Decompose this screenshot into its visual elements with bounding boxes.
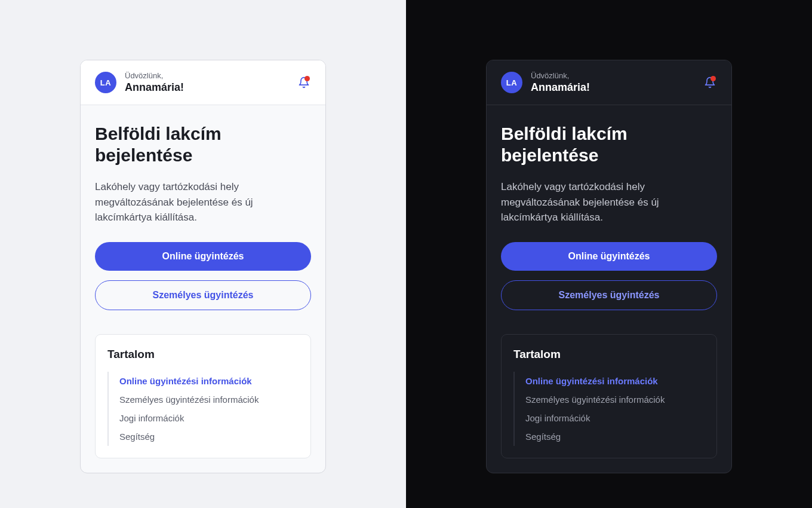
- page-title: Belföldi lakcím bejelentése: [501, 123, 717, 166]
- header: LAÜdvözlünk,Annamária!: [81, 60, 325, 105]
- welcome-text: Üdvözlünk,: [125, 71, 288, 80]
- table-of-contents: TartalomOnline ügyintézési információkSz…: [95, 334, 311, 458]
- toc-item[interactable]: Személyes ügyintézési információk: [525, 390, 705, 409]
- greeting-block: Üdvözlünk,Annamária!: [125, 71, 288, 94]
- in-person-button[interactable]: Személyes ügyintézés: [95, 280, 311, 310]
- table-of-contents: TartalomOnline ügyintézési információkSz…: [501, 334, 717, 458]
- toc-list: Online ügyintézési információkSzemélyes …: [513, 372, 705, 446]
- notification-dot: [304, 76, 310, 81]
- toc-item[interactable]: Online ügyintézési információk: [119, 372, 299, 390]
- page-description: Lakóhely vagy tartózkodási hely megválto…: [95, 179, 311, 225]
- app-card: LAÜdvözlünk,Annamária!Belföldi lakcím be…: [486, 60, 732, 473]
- notification-bell[interactable]: [703, 75, 717, 90]
- toc-heading: Tartalom: [107, 348, 299, 361]
- dark-theme-panel: LAÜdvözlünk,Annamária!Belföldi lakcím be…: [406, 0, 812, 508]
- notification-dot: [710, 76, 716, 81]
- toc-item[interactable]: Jogi információk: [119, 409, 299, 427]
- toc-list: Online ügyintézési információkSzemélyes …: [107, 372, 299, 446]
- notification-bell[interactable]: [297, 75, 311, 90]
- light-theme-panel: LAÜdvözlünk,Annamária!Belföldi lakcím be…: [0, 0, 406, 508]
- toc-heading: Tartalom: [513, 348, 705, 361]
- toc-item[interactable]: Segítség: [119, 427, 299, 446]
- toc-item[interactable]: Online ügyintézési információk: [525, 372, 705, 390]
- avatar[interactable]: LA: [501, 72, 522, 93]
- header: LAÜdvözlünk,Annamária!: [487, 60, 731, 105]
- page-title: Belföldi lakcím bejelentése: [95, 123, 311, 166]
- online-button[interactable]: Online ügyintézés: [95, 242, 311, 271]
- greeting-block: Üdvözlünk,Annamária!: [531, 71, 694, 94]
- username-text: Annamária!: [531, 81, 694, 94]
- card-body: Belföldi lakcím bejelentéseLakóhely vagy…: [81, 105, 325, 473]
- card-body: Belföldi lakcím bejelentéseLakóhely vagy…: [487, 105, 731, 473]
- toc-item[interactable]: Személyes ügyintézési információk: [119, 390, 299, 409]
- avatar[interactable]: LA: [95, 72, 116, 93]
- username-text: Annamária!: [125, 81, 288, 94]
- in-person-button[interactable]: Személyes ügyintézés: [501, 280, 717, 310]
- online-button[interactable]: Online ügyintézés: [501, 242, 717, 271]
- app-card: LAÜdvözlünk,Annamária!Belföldi lakcím be…: [80, 60, 326, 473]
- toc-item[interactable]: Segítség: [525, 427, 705, 446]
- welcome-text: Üdvözlünk,: [531, 71, 694, 80]
- toc-item[interactable]: Jogi információk: [525, 409, 705, 427]
- page-description: Lakóhely vagy tartózkodási hely megválto…: [501, 179, 717, 225]
